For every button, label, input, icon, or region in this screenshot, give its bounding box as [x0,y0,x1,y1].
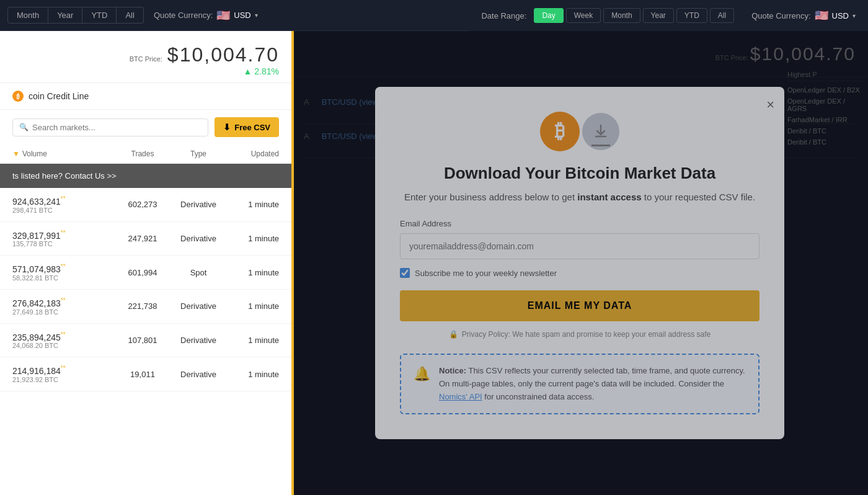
nomics-api-link[interactable]: Nomics' API [439,392,482,401]
yellow-divider [291,31,294,495]
range-year-btn[interactable]: Year [643,8,674,23]
modal-subtitle: Enter your business address below to get… [400,190,760,205]
row-trades-1: 247,921 [118,234,167,243]
download-icon: ⬇ [223,122,231,132]
table-row: 924,633,241** 298,471 BTC 602,273 Deriva… [0,188,291,222]
ytd-btn[interactable]: YTD [82,7,117,24]
modal-subtitle-text: Enter your business address below to get [404,192,575,202]
search-input[interactable] [32,123,202,132]
range-day-btn[interactable]: Day [534,8,563,23]
row-trades-0: 602,273 [118,200,167,209]
currency-right: USD [832,11,849,20]
newsletter-row: Subscribe me to your weekly newsletter [400,268,760,278]
newsletter-checkbox[interactable] [400,268,410,278]
row-trades-3: 221,738 [118,301,167,311]
download-modal-icon [582,113,619,150]
privacy-text: Privacy Policy: We hate spam and promise… [462,330,711,339]
nav-left: Month Year YTD All Quote Currency: 🇺🇸 US… [7,7,258,24]
notice-title: Notice: [439,366,466,375]
row-volume-5: 214,916,184** 21,923.92 BTC [12,365,118,383]
row-type-5: Derivative [167,370,229,379]
vol-sec-4: 24,068.20 BTC [12,342,118,349]
row-updated-5: 1 minute [229,370,279,379]
modal-title: Download Your Bitcoin Market Data [400,164,760,183]
credit-line-text: coin Credit Line [29,91,89,101]
row-trades-4: 107,801 [118,336,167,345]
quote-currency-left[interactable]: Quote Currency: 🇺🇸 USD ▾ [154,9,258,22]
all-btn[interactable]: All [117,7,143,24]
notice-text: Notice: This CSV reflects your currently… [439,365,746,403]
chevron-down-icon-right: ▾ [852,12,856,19]
table-row: 235,894,245** 24,068.20 BTC 107,801 Deri… [0,324,291,358]
table-row: 214,916,184** 21,923.92 BTC 19,011 Deriv… [0,357,291,391]
vol-primary-1: 329,817,991** [12,230,118,241]
date-range-label: Date Range: [481,11,526,20]
notice-body: This CSV reflects your currently selecte… [439,366,745,388]
row-type-3: Derivative [167,301,229,311]
sort-icon: ▼ [12,149,20,158]
quote-label: Quote Currency: [154,11,213,20]
free-csv-button[interactable]: ⬇ Free CSV [215,117,279,137]
modal-subtitle-bold: instant access [577,192,641,202]
btc-price-change: ▲ 2.81% [12,66,279,76]
th-volume[interactable]: ▼ Volume [12,149,118,158]
credit-line-section: ₿ coin Credit Line [0,83,291,110]
notice-box: 🔔 Notice: This CSV reflects your current… [400,354,760,414]
row-type-2: Spot [167,268,229,277]
year-btn[interactable]: Year [48,7,82,24]
newsletter-label: Subscribe me to your weekly newsletter [415,269,557,278]
vol-primary-3: 276,842,183** [12,297,118,308]
row-volume-4: 235,894,245** 24,068.20 BTC [12,331,118,350]
row-type-1: Derivative [167,234,229,243]
quote-label-right: Quote Currency: [751,11,810,20]
month-btn[interactable]: Month [7,7,48,24]
modal-overlay: × ₿ Download Your Bitcoin Market Data [291,31,868,495]
th-trades: Trades [118,149,167,158]
us-flag-icon-right: 🇺🇸 [815,9,828,22]
contact-banner: ts listed here? Contact Us >> [0,164,291,188]
privacy-row: 🔒 Privacy Policy: We hate spam and promi… [400,330,760,339]
chevron-down-icon: ▾ [255,12,258,19]
row-volume-1: 329,817,991** 135,778 BTC [12,230,118,248]
table-header: ▼ Volume Trades Type Updated [0,145,291,164]
lock-icon: 🔒 [449,330,458,339]
us-flag-icon: 🇺🇸 [216,9,230,22]
email-input[interactable] [400,233,760,259]
currency-left: USD [234,11,250,20]
row-volume-3: 276,842,183** 27,649.18 BTC [12,297,118,316]
range-buttons: Day Week Month Year YTD All [534,8,734,23]
top-nav: Month Year YTD All Quote Currency: 🇺🇸 US… [0,0,868,31]
vol-primary-2: 571,074,983** [12,263,118,274]
modal: × ₿ Download Your Bitcoin Market Data [375,87,784,440]
main-content: BTC Price: $10,004.70 ▲ 2.81% ₿ coin Cre… [0,31,868,495]
row-trades-5: 19,011 [118,370,167,379]
row-updated-4: 1 minute [229,336,279,345]
bitcoin-modal-icon: ₿ [540,112,580,151]
csv-btn-label: Free CSV [234,123,270,132]
search-input-wrap: 🔍 [12,118,208,136]
vol-primary-0: 924,633,241** [12,195,118,207]
range-ytd-btn[interactable]: YTD [676,8,707,23]
range-month-btn[interactable]: Month [603,8,640,23]
table-rows: 924,633,241** 298,471 BTC 602,273 Deriva… [0,188,291,391]
bell-icon: 🔔 [414,366,430,382]
modal-icons: ₿ [400,112,760,151]
modal-close-button[interactable]: × [766,97,774,113]
left-panel: BTC Price: $10,004.70 ▲ 2.81% ₿ coin Cre… [0,31,291,495]
right-panel: BTC Price: $10,004.70 A BTC/USD (view pa… [291,31,868,495]
nav-right: Date Range: Day Week Month Year YTD All … [469,0,868,31]
row-trades-2: 601,994 [118,268,167,277]
row-updated-1: 1 minute [229,234,279,243]
row-type-4: Derivative [167,336,229,345]
row-type-0: Derivative [167,200,229,209]
range-all-btn[interactable]: All [710,8,734,23]
contact-banner-text: ts listed here? Contact Us >> [12,171,117,181]
email-submit-button[interactable]: EMAIL ME MY DATA [400,290,760,321]
row-updated-0: 1 minute [229,200,279,209]
btc-price-section: BTC Price: $10,004.70 ▲ 2.81% [0,31,291,83]
table-row: 571,074,983** 58,322.81 BTC 601,994 Spot… [0,256,291,290]
range-week-btn[interactable]: Week [566,8,601,23]
th-volume-label: Volume [22,149,47,158]
quote-currency-right[interactable]: Quote Currency: 🇺🇸 USD ▾ [751,9,856,22]
btc-price-label: BTC Price: [130,55,162,63]
